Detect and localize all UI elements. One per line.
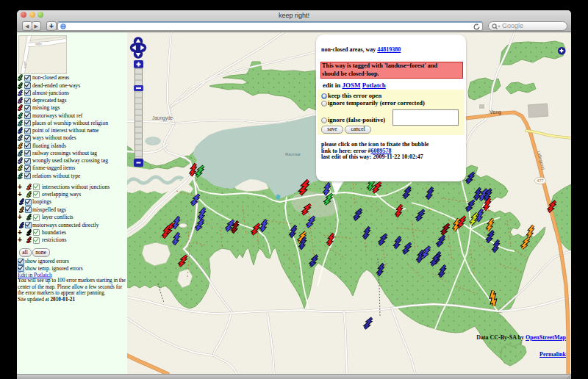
svg-text:Jaungyde: Jaungyde <box>152 115 173 121</box>
svg-text:477: 477 <box>537 178 543 183</box>
svg-text:Ravnsø: Ravnsø <box>285 152 301 156</box>
svg-text:ve]fa: ve]fa <box>35 42 42 46</box>
svg-text:Veng: Veng <box>490 109 501 115</box>
